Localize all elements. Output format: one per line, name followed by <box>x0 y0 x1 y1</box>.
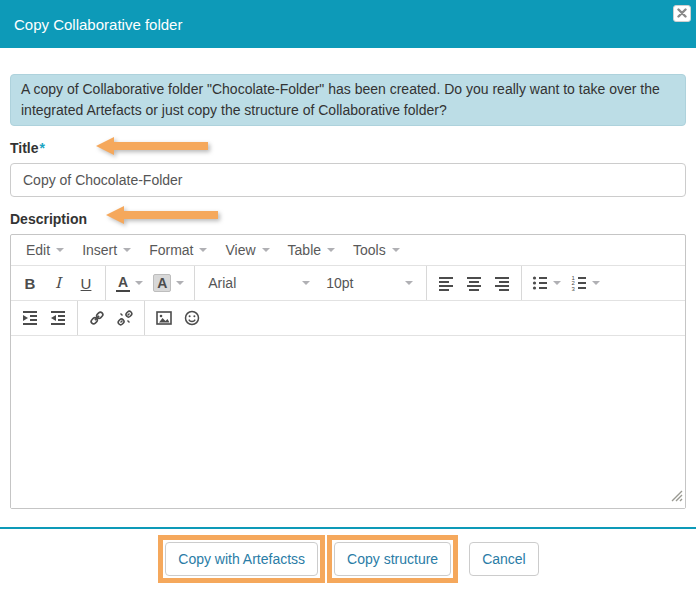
bold-button[interactable]: B <box>17 270 43 297</box>
menu-table-label: Table <box>288 242 321 258</box>
dialog-footer: Copy with Artefactss Copy structure Canc… <box>0 527 696 611</box>
emoticons-icon <box>184 310 200 326</box>
resize-icon <box>671 488 683 505</box>
caret-down-icon <box>405 281 413 285</box>
numbered-list-button[interactable]: 123 <box>567 270 604 297</box>
title-input[interactable] <box>10 163 686 197</box>
title-label-text: Title <box>10 140 39 156</box>
editor-content[interactable] <box>11 336 685 508</box>
alignment-group <box>427 266 522 300</box>
align-right-button[interactable] <box>489 270 515 297</box>
annotation-highlight-copy-structure: Copy structure <box>327 535 458 583</box>
caret-down-icon <box>199 248 207 252</box>
outdent-button[interactable] <box>45 305 71 332</box>
image-icon <box>156 310 172 326</box>
menu-insert-label: Insert <box>82 242 117 258</box>
info-alert: A copy of Collaborative folder "Chocolat… <box>10 74 686 126</box>
text-style-group: B I U <box>11 266 106 300</box>
link-group <box>78 301 145 335</box>
italic-button[interactable]: I <box>45 270 71 297</box>
close-button[interactable] <box>673 5 691 22</box>
menu-format[interactable]: Format <box>140 237 216 263</box>
bullet-list-icon <box>532 275 548 291</box>
caret-down-icon <box>123 248 131 252</box>
indent-button[interactable] <box>17 305 43 332</box>
font-family-select[interactable]: Arial <box>200 270 318 297</box>
caret-down-icon <box>262 248 270 252</box>
menu-insert[interactable]: Insert <box>73 237 140 263</box>
numbered-list-icon: 123 <box>571 275 587 291</box>
cancel-button-wrap: Cancel <box>469 542 539 576</box>
background-color-icon: A <box>153 274 171 292</box>
caret-down-icon <box>176 281 184 285</box>
copy-structure-button[interactable]: Copy structure <box>334 542 451 576</box>
underline-button[interactable]: U <box>73 270 99 297</box>
required-marker: * <box>40 140 45 156</box>
caret-down-icon <box>302 281 310 285</box>
resize-handle[interactable] <box>671 488 683 506</box>
annotation-highlight-copy-with-artefacts: Copy with Artefactss <box>158 535 325 583</box>
editor-toolbar-row-2 <box>11 301 685 336</box>
menu-tools[interactable]: Tools <box>344 237 409 263</box>
dialog-title: Copy Collaborative folder <box>14 16 182 33</box>
font-size-select[interactable]: 10pt <box>318 270 421 297</box>
align-center-button[interactable] <box>461 270 487 297</box>
copy-collaborative-folder-dialog: Copy Collaborative folder A copy of Coll… <box>0 0 696 611</box>
menu-format-label: Format <box>149 242 193 258</box>
background-color-button[interactable]: A <box>149 270 188 297</box>
menu-edit[interactable]: Edit <box>17 237 73 263</box>
align-right-icon <box>494 275 510 291</box>
dialog-header: Copy Collaborative folder <box>0 0 696 48</box>
caret-down-icon <box>135 281 143 285</box>
annotation-arrow-description <box>106 206 218 224</box>
link-icon <box>89 310 105 326</box>
text-color-button[interactable]: A <box>112 270 147 297</box>
copy-with-artefacts-button[interactable]: Copy with Artefactss <box>165 542 318 576</box>
bullet-list-button[interactable] <box>528 270 565 297</box>
color-group: A A <box>106 266 195 300</box>
caret-down-icon <box>392 248 400 252</box>
editor-toolbar-row-1: B I U A A Arial 10pt <box>11 266 685 301</box>
list-group: 123 <box>522 266 610 300</box>
arrow-shaft <box>122 211 218 219</box>
remove-link-button[interactable] <box>112 305 138 332</box>
arrow-shaft <box>112 142 208 150</box>
menu-view-label: View <box>225 242 255 258</box>
insert-image-button[interactable] <box>151 305 177 332</box>
menu-edit-label: Edit <box>26 242 50 258</box>
menu-tools-label: Tools <box>353 242 386 258</box>
font-family-value: Arial <box>208 275 236 291</box>
svg-text:3: 3 <box>572 286 576 291</box>
caret-down-icon <box>592 281 600 285</box>
indent-icon <box>22 310 38 326</box>
text-color-icon: A <box>116 275 130 292</box>
align-center-icon <box>466 275 482 291</box>
font-size-value: 10pt <box>326 275 353 291</box>
insert-link-button[interactable] <box>84 305 110 332</box>
unlink-icon <box>117 310 133 326</box>
caret-down-icon <box>56 248 64 252</box>
outdent-icon <box>50 310 66 326</box>
cancel-button[interactable]: Cancel <box>469 542 539 576</box>
menu-view[interactable]: View <box>216 237 278 263</box>
indent-group <box>11 301 78 335</box>
close-icon <box>677 6 687 21</box>
annotation-arrow-title <box>96 137 208 155</box>
align-left-button[interactable] <box>433 270 459 297</box>
rich-text-editor: Edit Insert Format View Table Tools B I … <box>10 234 686 509</box>
menu-table[interactable]: Table <box>279 237 344 263</box>
align-left-icon <box>438 275 454 291</box>
caret-down-icon <box>553 281 561 285</box>
caret-down-icon <box>327 248 335 252</box>
font-group: Arial 10pt <box>195 266 427 300</box>
media-group <box>145 301 211 335</box>
editor-menubar: Edit Insert Format View Table Tools <box>11 235 685 266</box>
emoticons-button[interactable] <box>179 305 205 332</box>
